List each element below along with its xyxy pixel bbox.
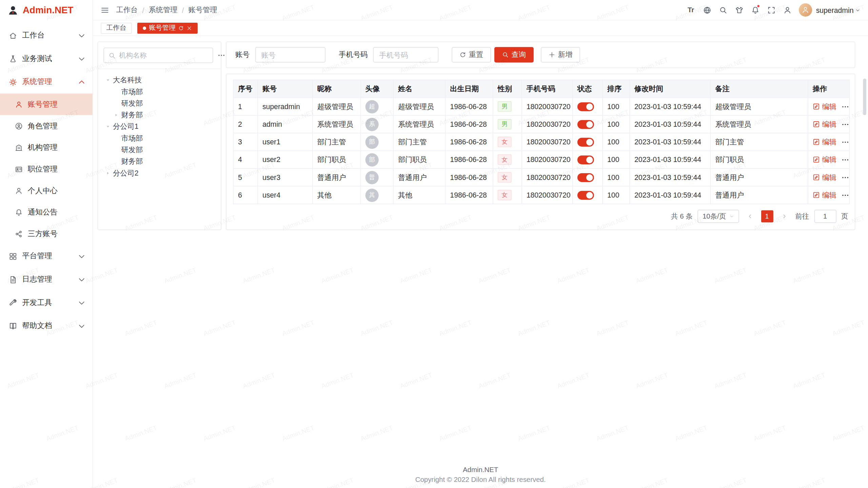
sidebar-item-日志管理[interactable]: 日志管理 <box>0 268 93 291</box>
fullscreen-icon[interactable] <box>764 3 778 17</box>
sidebar-item-职位管理[interactable]: 职位管理 <box>0 158 93 180</box>
phone-input[interactable] <box>373 47 438 63</box>
reset-button[interactable]: 重置 <box>452 47 491 63</box>
cell-account: user3 <box>258 168 313 186</box>
sidebar-item-个人中心[interactable]: 个人中心 <box>0 180 93 202</box>
tree-node-label: 财务部 <box>121 156 143 166</box>
tree-node-大名科技[interactable]: 大名科技 <box>103 74 215 86</box>
scrollbar-thumb[interactable] <box>863 79 866 115</box>
edit-label: 编辑 <box>822 119 836 129</box>
org-tree: 大名科技市场部研发部财务部分公司1市场部研发部财务部分公司2 <box>103 74 215 179</box>
cell-gender: 女 <box>493 168 522 186</box>
status-toggle[interactable] <box>577 102 594 111</box>
username[interactable]: superadmin <box>816 6 854 14</box>
theme-icon[interactable] <box>732 3 746 17</box>
add-button[interactable]: 新增 <box>541 47 580 63</box>
user-avatar[interactable] <box>799 3 812 17</box>
row-more-button[interactable] <box>842 156 849 164</box>
row-more-button[interactable] <box>842 120 849 128</box>
tree-node-研发部[interactable]: 研发部 <box>103 144 215 155</box>
chevron-down-icon <box>78 252 86 260</box>
breadcrumb-item[interactable]: 系统管理 <box>149 5 178 15</box>
tree-node-分公司1[interactable]: 分公司1 <box>103 121 215 132</box>
page-number-button[interactable]: 1 <box>761 210 773 222</box>
status-toggle[interactable] <box>577 120 594 129</box>
edit-button[interactable]: 编辑 <box>813 137 836 147</box>
refresh-icon <box>459 52 466 58</box>
search-icon[interactable] <box>716 3 730 17</box>
breadcrumb-item: 账号管理 <box>189 5 217 15</box>
notification-bell-icon[interactable] <box>748 3 762 17</box>
tree-caret-icon[interactable] <box>103 169 112 177</box>
sidebar-item-通知公告[interactable]: 通知公告 <box>0 201 93 223</box>
edit-button[interactable]: 编辑 <box>813 119 836 129</box>
breadcrumb-item[interactable]: 工作台 <box>116 5 138 15</box>
column-header-index: 序号 <box>233 80 258 98</box>
sidebar-item-开发工具[interactable]: 开发工具 <box>0 291 93 314</box>
tab-工作台[interactable]: 工作台 <box>101 22 132 34</box>
cell-modified: 2023-01-03 10:59:44 <box>630 98 710 115</box>
cell-account: user2 <box>258 151 313 168</box>
tree-caret-icon[interactable] <box>103 76 112 84</box>
row-more-button[interactable] <box>842 191 849 199</box>
cell-nickname: 超级管理员 <box>313 98 361 115</box>
tree-node-label: 研发部 <box>121 98 143 108</box>
tab-close-icon[interactable] <box>186 25 192 30</box>
chevron-down-icon <box>78 299 86 307</box>
tab-label: 工作台 <box>106 23 126 33</box>
account-input[interactable] <box>255 47 326 63</box>
tree-node-财务部[interactable]: 财务部 <box>103 109 215 121</box>
table-row: 3user1部门主管部部门主管1986-06-28女18020030720100… <box>233 133 849 151</box>
tree-node-分公司2[interactable]: 分公司2 <box>103 167 215 179</box>
row-more-button[interactable] <box>842 174 849 181</box>
sidebar-item-业务测试[interactable]: 业务测试 <box>0 47 93 70</box>
gender-badge: 女 <box>498 172 512 183</box>
status-toggle[interactable] <box>577 191 594 200</box>
sidebar-item-账号管理[interactable]: 账号管理 <box>0 94 93 115</box>
top-header: 工作台/系统管理/账号管理 Tr superadmin <box>93 0 868 20</box>
tree-node-研发部[interactable]: 研发部 <box>103 97 215 109</box>
logo[interactable]: Admin.NET <box>0 0 93 20</box>
cell-name: 部门职员 <box>393 151 445 168</box>
edit-button[interactable]: 编辑 <box>813 102 836 111</box>
tab-refresh-icon[interactable] <box>178 25 184 30</box>
tree-caret-icon[interactable] <box>112 111 120 119</box>
divider <box>98 68 221 69</box>
language-icon[interactable] <box>700 3 714 17</box>
cell-sort: 100 <box>603 186 630 204</box>
edit-button[interactable]: 编辑 <box>813 172 836 182</box>
cell-actions: 编辑 <box>808 151 849 168</box>
sidebar-item-平台管理[interactable]: 平台管理 <box>0 245 93 268</box>
sidebar-item-机构管理[interactable]: 机构管理 <box>0 137 93 158</box>
page-size-select[interactable]: 10条/页 <box>697 210 738 223</box>
sidebar-item-工作台[interactable]: 工作台 <box>0 24 93 47</box>
column-header-nickname: 昵称 <box>313 80 361 98</box>
hamburger-menu-icon[interactable] <box>101 6 109 14</box>
tab-账号管理[interactable]: 账号管理 <box>137 22 198 34</box>
search-button[interactable]: 查询 <box>494 47 534 63</box>
org-more-button[interactable] <box>218 49 225 62</box>
sidebar-item-系统管理[interactable]: 系统管理 <box>0 70 93 94</box>
status-toggle[interactable] <box>577 173 594 182</box>
edit-button[interactable]: 编辑 <box>813 190 836 200</box>
tree-node-市场部[interactable]: 市场部 <box>103 132 215 144</box>
tree-caret-icon[interactable] <box>103 122 112 130</box>
edit-button[interactable]: 编辑 <box>813 155 836 164</box>
status-toggle[interactable] <box>577 155 594 164</box>
chevron-down-icon[interactable] <box>855 7 860 13</box>
font-size-icon[interactable]: Tr <box>684 3 698 17</box>
sidebar-item-角色管理[interactable]: 角色管理 <box>0 115 93 137</box>
table-panel: 序号账号昵称头像姓名出生日期性别手机号码状态排序修改时间备注操作1superad… <box>226 74 855 230</box>
prev-page-button[interactable] <box>744 210 756 222</box>
sidebar-item-三方账号[interactable]: 三方账号 <box>0 223 93 245</box>
row-more-button[interactable] <box>842 103 849 110</box>
status-toggle[interactable] <box>577 138 594 146</box>
goto-page-input[interactable] <box>814 210 836 223</box>
org-search-input[interactable] <box>119 52 208 59</box>
next-page-button[interactable] <box>778 210 790 222</box>
tree-node-市场部[interactable]: 市场部 <box>103 86 215 97</box>
tree-node-财务部[interactable]: 财务部 <box>103 156 215 167</box>
profile-icon[interactable] <box>780 3 794 17</box>
sidebar-item-帮助文档[interactable]: 帮助文档 <box>0 314 93 338</box>
row-more-button[interactable] <box>842 138 849 146</box>
